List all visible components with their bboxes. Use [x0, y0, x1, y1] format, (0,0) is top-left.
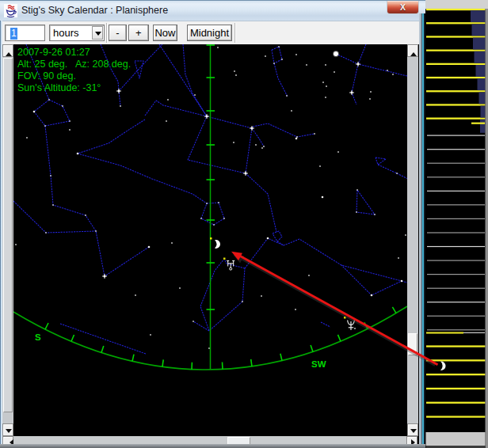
svg-text:Sun's Altitude: -31°: Sun's Altitude: -31°	[17, 82, 101, 93]
svg-text:S: S	[35, 332, 41, 342]
svg-text:FOV: 90 deg.: FOV: 90 deg.	[17, 70, 76, 82]
svg-text:2007-9-26 01:27: 2007-9-26 01:27	[17, 47, 90, 58]
svg-text:SW: SW	[311, 359, 326, 369]
svg-text:Alt: 25 deg. Az: 208 deg.: Alt: 25 deg. Az: 208 deg.	[17, 59, 131, 70]
